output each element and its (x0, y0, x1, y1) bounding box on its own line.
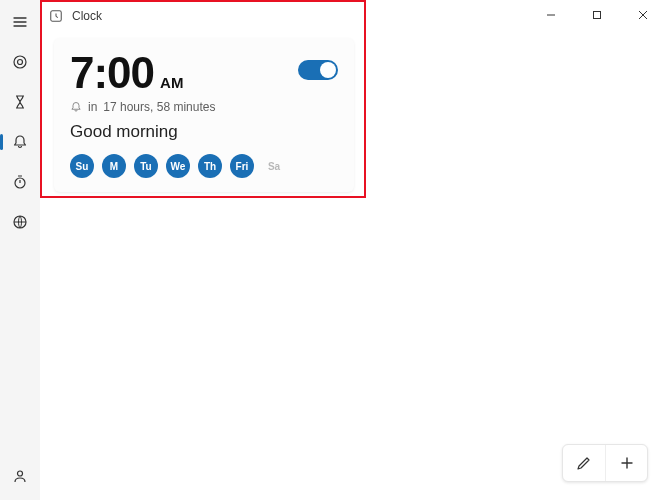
day-chip-su[interactable]: Su (70, 154, 94, 178)
plus-icon (619, 455, 635, 471)
day-chip-fr[interactable]: Fri (230, 154, 254, 178)
sidebar (0, 0, 40, 500)
globe-icon (12, 214, 28, 230)
alarm-time: 7:00 AM (70, 48, 183, 98)
hourglass-icon (12, 94, 28, 110)
alarm-remaining-text: 17 hours, 58 minutes (103, 100, 215, 114)
svg-rect-6 (594, 12, 601, 19)
sidebar-item-worldclock[interactable] (4, 208, 36, 236)
sidebar-item-account[interactable] (4, 462, 36, 490)
app-title: Clock (72, 9, 102, 23)
stopwatch-icon (12, 174, 28, 190)
sidebar-item-alarm[interactable] (4, 128, 36, 156)
alarm-time-ampm: AM (160, 74, 183, 91)
minimize-button[interactable] (528, 0, 574, 30)
alarm-toggle[interactable] (298, 60, 338, 80)
svg-point-1 (18, 60, 23, 65)
bell-small-icon (70, 101, 82, 113)
day-chip-m[interactable]: M (102, 154, 126, 178)
sidebar-item-timer[interactable] (4, 88, 36, 116)
bell-icon (12, 134, 28, 150)
day-chip-we[interactable]: We (166, 154, 190, 178)
close-button[interactable] (620, 0, 666, 30)
day-chip-sa[interactable]: Sa (262, 154, 286, 178)
window-controls (528, 0, 666, 30)
person-icon (12, 468, 28, 484)
app-icon (48, 8, 64, 24)
sidebar-item-menu[interactable] (4, 8, 36, 36)
edit-alarms-button[interactable] (563, 445, 605, 481)
main-area: Clock 7:00 AM in 17 hours, 58 minutes Go… (40, 0, 666, 500)
day-chip-th[interactable]: Th (198, 154, 222, 178)
sidebar-item-stopwatch[interactable] (4, 168, 36, 196)
fab-row (562, 444, 648, 482)
alarm-name: Good morning (70, 122, 338, 142)
add-alarm-button[interactable] (605, 445, 647, 481)
alarm-card[interactable]: 7:00 AM in 17 hours, 58 minutes Good mor… (54, 38, 354, 192)
focus-icon (12, 54, 28, 70)
alarm-remaining: in 17 hours, 58 minutes (70, 100, 338, 114)
alarm-time-row: 7:00 AM (70, 48, 338, 98)
maximize-button[interactable] (574, 0, 620, 30)
sidebar-item-focus[interactable] (4, 48, 36, 76)
svg-point-0 (14, 56, 26, 68)
menu-icon (12, 14, 28, 30)
day-chip-tu[interactable]: Tu (134, 154, 158, 178)
pencil-icon (576, 455, 592, 471)
svg-point-4 (18, 471, 23, 476)
alarm-remaining-prefix: in (88, 100, 97, 114)
content: 7:00 AM in 17 hours, 58 minutes Good mor… (40, 32, 666, 198)
alarm-time-value: 7:00 (70, 48, 154, 98)
days-row: Su M Tu We Th Fri Sa (70, 154, 338, 178)
